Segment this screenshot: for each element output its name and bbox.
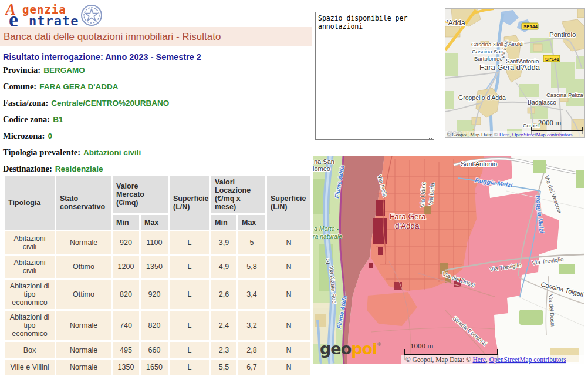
cell-tipologia: Abitazioni di tipo economico (5, 280, 55, 309)
col-header-valori-locazione: Valori Locazione (€/mq x mese) (211, 176, 265, 213)
attribution-link-osm[interactable]: OpenStreetMap contributors (489, 356, 567, 364)
cell-superficie-1: L (170, 280, 209, 309)
field-value: Centrale/CENTRO%20URBANO (48, 99, 169, 108)
label-riserva-partial: ra naturale (313, 233, 342, 240)
label-cascina-sioli: Cascina Sioli (471, 41, 503, 48)
zone-map[interactable]: na San lomeo Sant'Antonio Fiume Adda Fiu… (313, 156, 584, 364)
label-cascina-san-partial: lomeo (313, 165, 330, 172)
col-header-max-mercato: Max (141, 215, 168, 230)
table-row: Abitazioni di tipo economico Normale 740… (5, 311, 310, 340)
table-row: Abitazioni civili Ottimo 1200 1350 L 4,9… (5, 256, 310, 278)
field-label: Provincia: (3, 65, 40, 75)
label-cascina-peliza: Cascina Peliza (546, 92, 584, 98)
label-cascina-san-partial: na San (314, 158, 334, 165)
result-details: Provincia:BERGAMO Comune:FARA GERA D'ADD… (3, 65, 308, 180)
cell-vl-min: 2,4 (211, 311, 236, 340)
field-value: BERGAMO (40, 66, 85, 75)
cell-tipologia: Abitazioni di tipo economico (5, 311, 55, 340)
cell-vm-max: 1100 (141, 231, 168, 254)
cell-superficie-1: L (170, 342, 209, 358)
cell-vl-min: 3,9 (211, 231, 236, 254)
label-via-udine: Via Udine (419, 182, 427, 207)
badge-sp144: SP144 (523, 24, 538, 29)
field-provincia: Provincia:BERGAMO (3, 65, 308, 76)
cell-vl-max: 5,8 (238, 256, 265, 278)
cell-tipologia: Abitazioni civili (5, 231, 55, 254)
cell-vl-min: 5,5 (211, 360, 236, 375)
label-badalasco: Badalasco (528, 99, 556, 106)
cell-tipologia: Box (5, 342, 55, 358)
col-header-valore-mercato: Valore Mercato (€/mq) (113, 176, 168, 213)
cell-vm-max: 920 (141, 280, 168, 309)
cell-stato: Normale (56, 231, 111, 254)
col-header-min-locazione: Min (211, 215, 236, 230)
cell-vm-min: 495 (113, 342, 139, 358)
cell-superficie-2: N (267, 342, 310, 358)
cell-superficie-2: N (267, 360, 310, 375)
map-attribution: © Geopoi, Map Data: © Here, OpenStreetMa… (405, 356, 566, 364)
attribution-link-here[interactable]: Here (473, 356, 486, 363)
field-label: Destinazione: (3, 164, 52, 173)
scale-label: 1000 m (410, 341, 433, 350)
field-tipologia-prevalente: Tipologia prevalente:Abitazioni civili (3, 147, 308, 158)
label-cascina-san: Cascina San (472, 48, 503, 55)
label-riserva-partial: a Morta - (314, 225, 339, 232)
cell-stato: Ottimo (56, 280, 111, 309)
cell-tipologia: Abitazioni civili (5, 256, 55, 278)
cell-vm-min: 820 (113, 280, 139, 309)
cell-superficie-2: N (267, 256, 310, 278)
result-heading: Risultato interrogazione: Anno 2023 - Se… (3, 52, 201, 62)
label-adda: 'Adda (447, 19, 465, 27)
field-label: Fascia/zona: (3, 98, 48, 108)
annotations-textarea[interactable]: Spazio disponibile per annotazioni (315, 12, 434, 140)
col-header-stato: Stato conservativo (56, 176, 111, 230)
field-codice-zona: Codice zona:B1 (3, 114, 308, 125)
agenzia-entrate-logo: A e genzia ntrate (5, 2, 110, 29)
cell-superficie-2: N (267, 311, 310, 340)
col-header-tipologia: Tipologia (5, 176, 55, 230)
label-sant-antonio: Sant'Antonio (461, 160, 497, 167)
geopoi-logo: geopoi® (320, 340, 381, 358)
cell-vm-min: 740 (113, 311, 139, 340)
label-groppello: Groppello d'Adda (458, 94, 506, 101)
attribution-links[interactable]: Here, OpenStreetMap contributors (499, 132, 573, 137)
italian-republic-emblem-icon (79, 2, 104, 28)
cell-stato: Normale (56, 342, 111, 358)
table-row: Ville e Villini Normale 1350 1650 L 5,5 … (5, 360, 310, 375)
label-bartolomeo: Bartolomeo (474, 55, 503, 62)
svg-text:e: e (9, 8, 18, 29)
cell-vl-max: 3,4 (238, 280, 265, 309)
col-header-min-mercato: Min (113, 215, 139, 230)
table-row: Abitazioni civili Normale 920 1100 L 3,9… (5, 231, 310, 254)
cell-superficie-1: L (170, 231, 209, 254)
cell-superficie-1: L (170, 311, 209, 340)
cell-superficie-1: L (170, 256, 209, 278)
label-pontirolo: Pontirolo (549, 31, 576, 38)
page-title-banner: Banca dati delle quotazioni immobiliari … (0, 27, 312, 46)
cell-vm-min: 1350 (113, 360, 139, 375)
cell-tipologia: Ville e Villini (5, 360, 55, 375)
table-row: Box Normale 495 660 L 2,3 2,8 N (5, 342, 310, 358)
field-fascia-zona: Fascia/zona:Centrale/CENTRO%20URBANO (3, 98, 308, 109)
quotations-table: Tipologia Stato conservativo Valore Merc… (3, 174, 312, 376)
label-fara-gera: Fara Gera d'Adda (479, 63, 540, 72)
cell-vl-min: 2,3 (211, 342, 236, 358)
cell-vm-max: 660 (141, 342, 168, 358)
col-header-max-locazione: Max (238, 215, 265, 230)
cell-vm-max: 820 (141, 311, 168, 340)
cell-superficie-2: N (267, 280, 310, 309)
overview-map[interactable]: SP144 SP141 'Adda Pontirolo Cascina Siol… (445, 8, 585, 138)
cell-vl-max: 2,8 (238, 342, 265, 358)
field-label: Codice zona: (3, 115, 50, 124)
field-value: Abitazioni civili (80, 148, 141, 157)
field-label: Comune: (3, 82, 36, 91)
label-number-2: 2 (326, 257, 330, 266)
table-row: Abitazioni di tipo economico Ottimo 820 … (5, 280, 310, 309)
cell-vm-min: 1200 (113, 256, 139, 278)
badge-sp141: SP141 (545, 56, 560, 62)
cell-superficie-2: N (267, 231, 310, 254)
col-header-superficie-1: Superficie (L/N) (170, 176, 209, 230)
cell-vl-min: 2,6 (211, 280, 236, 309)
cell-stato: Normale (56, 360, 111, 375)
cell-stato: Ottimo (56, 256, 111, 278)
